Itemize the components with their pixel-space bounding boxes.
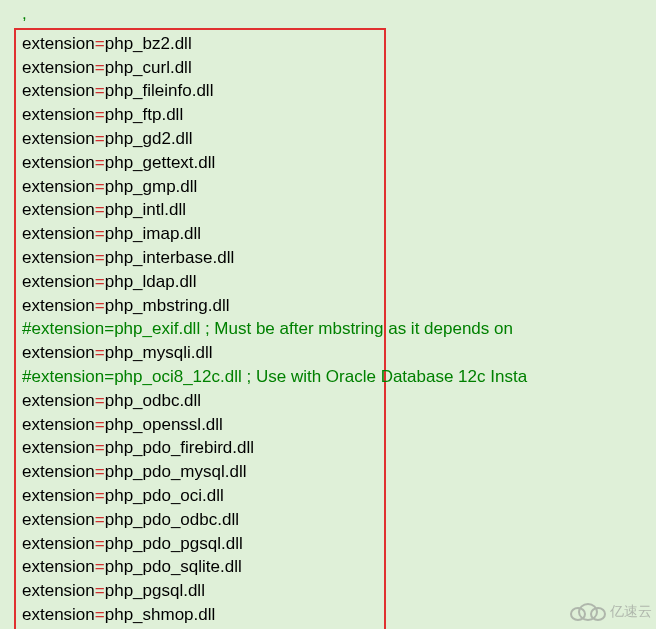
config-extension-line: extension=php_ldap.dll (22, 270, 378, 294)
config-extension-line: extension=php_openssl.dll (22, 413, 378, 437)
config-value: php_odbc.dll (105, 391, 201, 410)
watermark-text: 亿速云 (610, 602, 652, 622)
config-extension-line: extension=php_bz2.dll (22, 32, 378, 56)
equals-sign: = (95, 534, 105, 553)
equals-sign: = (95, 105, 105, 124)
config-extension-line: extension=php_intl.dll (22, 198, 378, 222)
config-value: php_pdo_sqlite.dll (105, 557, 242, 576)
config-key: extension (22, 415, 95, 434)
config-key: extension (22, 248, 95, 267)
equals-sign: = (95, 272, 105, 291)
config-value: php_mysqli.dll (105, 343, 213, 362)
config-extension-line: extension=php_interbase.dll (22, 246, 378, 270)
config-value: php_openssl.dll (105, 415, 223, 434)
config-key: extension (22, 177, 95, 196)
config-value: php_ftp.dll (105, 105, 183, 124)
equals-sign: = (95, 224, 105, 243)
equals-sign: = (95, 581, 105, 600)
equals-sign: = (95, 391, 105, 410)
config-key: extension (22, 391, 95, 410)
config-key: extension (22, 534, 95, 553)
config-key: extension (22, 224, 95, 243)
config-key: extension (22, 296, 95, 315)
config-extension-line: extension=php_odbc.dll (22, 389, 378, 413)
equals-sign: = (95, 343, 105, 362)
equals-sign: = (95, 510, 105, 529)
config-extension-line: extension=php_pdo_firebird.dll (22, 436, 378, 460)
config-key: extension (22, 34, 95, 53)
config-key: extension (22, 510, 95, 529)
equals-sign: = (95, 58, 105, 77)
config-extension-line: extension=php_mysqli.dll (22, 341, 378, 365)
equals-sign: = (95, 415, 105, 434)
config-extension-line: extension=php_mbstring.dll (22, 294, 378, 318)
config-value: php_curl.dll (105, 58, 192, 77)
config-extension-line: extension=php_pdo_mysql.dll (22, 460, 378, 484)
config-value: php_ldap.dll (105, 272, 197, 291)
config-extension-line: extension=php_ftp.dll (22, 103, 378, 127)
equals-sign: = (95, 153, 105, 172)
config-extension-line: extension=php_curl.dll (22, 56, 378, 80)
equals-sign: = (95, 296, 105, 315)
config-key: extension (22, 81, 95, 100)
equals-sign: = (95, 486, 105, 505)
config-value: php_gmp.dll (105, 177, 198, 196)
config-extension-line: extension=php_fileinfo.dll (22, 79, 378, 103)
config-key: extension (22, 438, 95, 457)
config-value: php_mbstring.dll (105, 296, 230, 315)
config-value: php_pdo_pgsql.dll (105, 534, 243, 553)
config-value: php_pdo_oci.dll (105, 486, 224, 505)
equals-sign: = (95, 605, 105, 624)
config-extension-line: extension=php_gettext.dll (22, 151, 378, 175)
equals-sign: = (95, 34, 105, 53)
config-value: php_pdo_mysql.dll (105, 462, 247, 481)
equals-sign: = (95, 438, 105, 457)
watermark: 亿速云 (570, 601, 652, 623)
config-comment-line: #extension=php_exif.dll ; Must be after … (22, 317, 378, 341)
config-key: extension (22, 557, 95, 576)
config-extension-line: extension=php_pdo_oci.dll (22, 484, 378, 508)
config-value: php_pdo_odbc.dll (105, 510, 239, 529)
config-key: extension (22, 153, 95, 172)
config-extension-line: extension=php_shmop.dll (22, 603, 378, 627)
config-key: extension (22, 58, 95, 77)
config-highlight-box: extension=php_bz2.dllextension=php_curl.… (14, 28, 386, 629)
config-value: php_gettext.dll (105, 153, 216, 172)
config-extension-line: extension=php_imap.dll (22, 222, 378, 246)
config-extension-line: extension=php_pdo_odbc.dll (22, 508, 378, 532)
config-value: php_shmop.dll (105, 605, 216, 624)
config-value: php_imap.dll (105, 224, 201, 243)
comment-text: #extension=php_oci8_12c.dll ; Use with O… (22, 367, 527, 386)
config-extension-line: extension=php_gmp.dll (22, 175, 378, 199)
config-value: php_fileinfo.dll (105, 81, 214, 100)
equals-sign: = (95, 462, 105, 481)
config-key: extension (22, 462, 95, 481)
equals-sign: = (95, 200, 105, 219)
config-key: extension (22, 200, 95, 219)
config-value: php_gd2.dll (105, 129, 193, 148)
config-extension-line: extension=php_pgsql.dll (22, 579, 378, 603)
equals-sign: = (95, 177, 105, 196)
config-key: extension (22, 129, 95, 148)
config-value: php_interbase.dll (105, 248, 234, 267)
config-key: extension (22, 343, 95, 362)
top-stray-char: , (0, 0, 656, 26)
equals-sign: = (95, 129, 105, 148)
config-key: extension (22, 272, 95, 291)
config-extension-line: extension=php_pdo_sqlite.dll (22, 555, 378, 579)
cloud-icon (570, 601, 606, 623)
config-value: php_pgsql.dll (105, 581, 205, 600)
config-extension-line: extension=php_gd2.dll (22, 127, 378, 151)
equals-sign: = (95, 81, 105, 100)
config-key: extension (22, 486, 95, 505)
config-key: extension (22, 605, 95, 624)
config-extension-line: extension=php_pdo_pgsql.dll (22, 532, 378, 556)
config-key: extension (22, 581, 95, 600)
config-key: extension (22, 105, 95, 124)
config-comment-line: #extension=php_oci8_12c.dll ; Use with O… (22, 365, 378, 389)
config-value: php_bz2.dll (105, 34, 192, 53)
equals-sign: = (95, 248, 105, 267)
comment-text: #extension=php_exif.dll ; Must be after … (22, 319, 513, 338)
equals-sign: = (95, 557, 105, 576)
config-value: php_pdo_firebird.dll (105, 438, 254, 457)
